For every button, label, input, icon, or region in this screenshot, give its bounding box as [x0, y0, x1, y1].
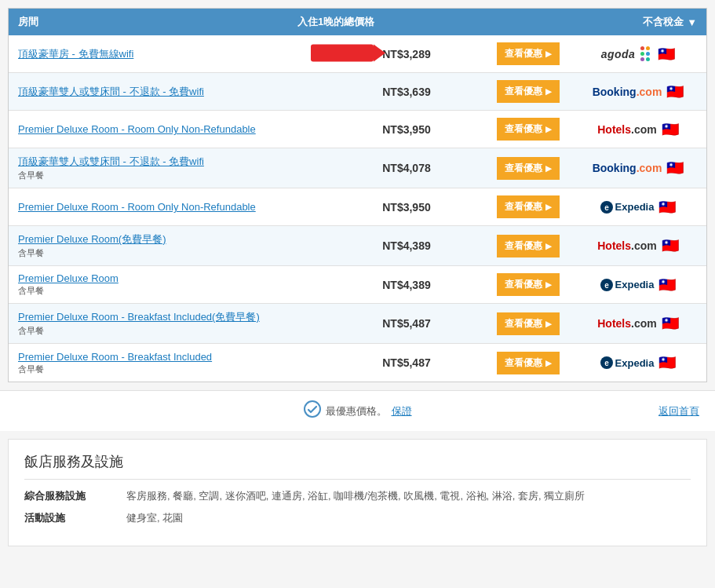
room-link[interactable]: 頂級豪華房 - 免費無線wifi	[18, 47, 336, 61]
check-icon	[304, 400, 321, 422]
action-cell[interactable]: 查看優惠 ▶	[477, 80, 579, 103]
back-link[interactable]: 返回首頁	[658, 404, 699, 418]
room-info: Premier Deluxe Room - Room Only Non-Refu…	[18, 201, 336, 213]
price-value: NT$5,487	[382, 356, 430, 369]
header-tax[interactable]: 不含稅金 ▼	[626, 15, 697, 29]
provider-cell: agoda 🇹🇼	[579, 46, 697, 63]
flag-icon: 🇹🇼	[658, 276, 676, 294]
price-cell: NT$4,389	[336, 279, 477, 291]
deal-button[interactable]: 查看優惠 ▶	[497, 273, 560, 296]
svg-point-9	[305, 401, 320, 417]
room-info: Premier Deluxe Room - Breakfast Included…	[18, 351, 336, 375]
deal-button[interactable]: 查看優惠 ▶	[497, 118, 560, 141]
action-cell[interactable]: 查看優惠 ▶	[477, 157, 579, 180]
price-cell: NT$4,389	[336, 239, 477, 252]
deal-button-arrow: ▶	[545, 87, 552, 96]
table-header: 房間 入住1晚的總價格 不含稅金 ▼	[9, 9, 706, 35]
deal-button-arrow: ▶	[545, 125, 552, 133]
facility-value: 健身室, 花園	[126, 511, 691, 525]
room-sub: 含早餐	[18, 364, 44, 374]
room-link[interactable]: Premier Deluxe Room(免費早餐)	[18, 232, 336, 247]
action-cell[interactable]: 查看優惠 ▶	[477, 195, 579, 218]
provider-cell: Hotels.com 🇹🇼	[579, 121, 697, 138]
deal-button-arrow: ▶	[545, 320, 552, 328]
price-value: NT$4,078	[382, 162, 430, 174]
action-cell[interactable]: 查看優惠 ▶	[477, 312, 579, 335]
table-row: Premier Deluxe Room(免費早餐) 含早餐 NT$4,389 查…	[9, 226, 706, 266]
table-row: Premier Deluxe Room 含早餐 NT$4,389 查看優惠 ▶ …	[9, 266, 706, 304]
tax-sort-icon: ▼	[687, 16, 697, 28]
header-room: 房間	[18, 15, 265, 29]
price-value: NT$3,950	[382, 123, 430, 136]
svg-text:e: e	[604, 281, 609, 290]
room-link[interactable]: 頂級豪華雙人或雙床間 - 不退款 - 免費wifi	[18, 155, 336, 169]
deal-button[interactable]: 查看優惠 ▶	[497, 235, 560, 257]
action-cell[interactable]: 查看優惠 ▶	[477, 352, 579, 374]
price-value: NT$4,389	[382, 279, 430, 291]
provider-cell: Hotels.com 🇹🇼	[579, 237, 697, 254]
room-info: Premier Deluxe Room 含早餐	[18, 272, 336, 297]
deal-button[interactable]: 查看優惠 ▶	[497, 195, 560, 218]
table-row: 頂級豪華雙人或雙床間 - 不退款 - 免費wifi NT$3,639 查看優惠 …	[9, 73, 706, 111]
facility-label: 綜合服務設施	[24, 489, 126, 503]
bottom-banner: 最優惠價格。 保證 返回首頁	[0, 390, 715, 431]
price-value: NT$3,289	[382, 48, 430, 60]
flag-icon: 🇹🇼	[662, 315, 679, 332]
deal-button[interactable]: 查看優惠 ▶	[497, 80, 560, 103]
svg-marker-2	[374, 44, 385, 61]
room-link[interactable]: Premier Deluxe Room - Breakfast Included	[18, 351, 336, 363]
deal-button-arrow: ▶	[545, 49, 552, 58]
deal-button-label: 查看優惠	[505, 356, 542, 370]
table-row: Premier Deluxe Room - Breakfast Included…	[9, 304, 706, 344]
price-cell: NT$5,487	[336, 356, 477, 369]
price-cell: NT$5,487	[336, 317, 477, 330]
action-cell[interactable]: 查看優惠 ▶	[477, 235, 579, 257]
facility-row: 綜合服務設施 客房服務, 餐廳, 空調, 迷你酒吧, 連通房, 浴缸, 咖啡機/…	[24, 489, 691, 503]
deal-button-arrow: ▶	[545, 359, 552, 367]
header-price: 入住1晚的總價格	[265, 15, 407, 29]
facility-label: 活動設施	[24, 511, 126, 525]
provider-cell: e Expedia 🇹🇼	[579, 276, 697, 294]
table-row: 頂級豪華房 - 免費無線wifi NT$3,289 查看優惠 ▶ agoda	[9, 35, 706, 73]
svg-text:e: e	[604, 359, 609, 367]
action-cell[interactable]: 查看優惠 ▶	[477, 42, 579, 65]
action-cell[interactable]: 查看優惠 ▶	[477, 273, 579, 296]
room-link[interactable]: Premier Deluxe Room	[18, 272, 336, 284]
room-info: 頂級豪華雙人或雙床間 - 不退款 - 免費wifi 含早餐	[18, 155, 336, 181]
deal-button[interactable]: 查看優惠 ▶	[497, 312, 560, 335]
flag-icon: 🇹🇼	[662, 121, 679, 138]
deal-button-label: 查看優惠	[505, 278, 542, 291]
room-sub: 含早餐	[18, 286, 44, 295]
price-cell: NT$4,078	[336, 162, 477, 174]
main-container: 房間 入住1晚的總價格 不含稅金 ▼	[0, 8, 715, 546]
room-info: Premier Deluxe Room(免費早餐) 含早餐	[18, 232, 336, 259]
room-link[interactable]: Premier Deluxe Room - Room Only Non-Refu…	[18, 123, 336, 135]
price-cell: NT$3,950	[336, 123, 477, 136]
deal-button[interactable]: 查看優惠 ▶	[497, 157, 560, 180]
flag-icon: 🇹🇼	[658, 354, 676, 371]
guarantee-link[interactable]: 保證	[392, 404, 412, 418]
deal-button-label: 查看優惠	[505, 85, 542, 98]
room-link[interactable]: Premier Deluxe Room - Breakfast Included…	[18, 310, 336, 324]
price-value: NT$3,950	[382, 201, 430, 214]
deal-button-label: 查看優惠	[505, 200, 542, 214]
provider-cell: Booking.com 🇹🇼	[579, 159, 697, 177]
flag-icon: 🇹🇼	[658, 46, 675, 63]
best-price-text: 最優惠價格。	[326, 404, 387, 418]
action-cell[interactable]: 查看優惠 ▶	[477, 118, 579, 141]
facility-value: 客房服務, 餐廳, 空調, 迷你酒吧, 連通房, 浴缸, 咖啡機/泡茶機, 吹風…	[126, 489, 691, 503]
deal-button[interactable]: 查看優惠 ▶	[497, 42, 560, 65]
deal-button-arrow: ▶	[545, 242, 552, 250]
svg-text:e: e	[604, 203, 609, 212]
provider-cell: e Expedia 🇹🇼	[579, 199, 697, 216]
svg-rect-1	[311, 44, 374, 61]
room-link[interactable]: Premier Deluxe Room - Room Only Non-Refu…	[18, 201, 336, 213]
deal-button-arrow: ▶	[545, 164, 552, 173]
deal-button[interactable]: 查看優惠 ▶	[497, 352, 560, 374]
room-sub: 含早餐	[18, 248, 44, 257]
flag-icon: 🇹🇼	[666, 159, 684, 177]
room-info: Premier Deluxe Room - Breakfast Included…	[18, 310, 336, 337]
tax-label: 不含稅金	[643, 15, 684, 29]
room-info: 頂級豪華雙人或雙床間 - 不退款 - 免費wifi	[18, 85, 336, 99]
room-link[interactable]: 頂級豪華雙人或雙床間 - 不退款 - 免費wifi	[18, 85, 336, 99]
